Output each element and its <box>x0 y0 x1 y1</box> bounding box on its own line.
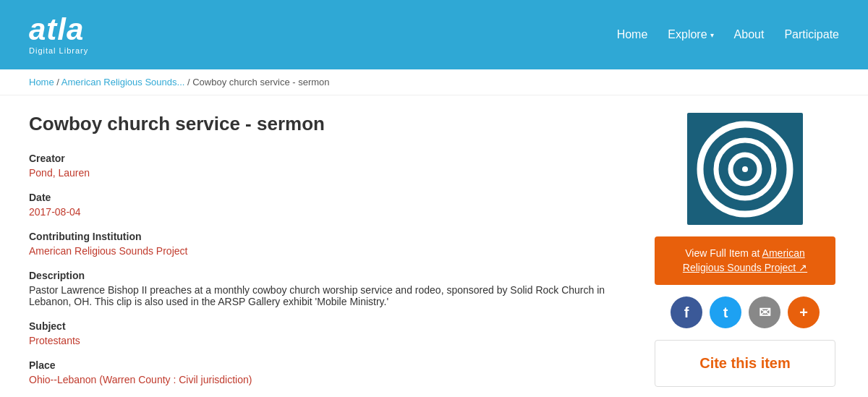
subject-label: Subject <box>29 320 622 332</box>
view-full-item-button[interactable]: View Full Item at American Religious Sou… <box>655 236 835 285</box>
nav-explore[interactable]: Explore ▾ <box>668 28 713 41</box>
main-nav: Home Explore ▾ About Participate <box>617 28 839 41</box>
place-section: Place Ohio--Lebanon (Warren County : Civ… <box>29 359 622 385</box>
creator-value[interactable]: Pond, Lauren <box>29 167 622 179</box>
nav-participate[interactable]: Participate <box>784 28 839 41</box>
breadcrumb-current: Cowboy church service - sermon <box>192 77 329 87</box>
date-value[interactable]: 2017-08-04 <box>29 206 622 218</box>
email-share-button[interactable]: ✉ <box>749 296 780 328</box>
logo-text: atla <box>29 14 84 45</box>
nav-about[interactable]: About <box>734 28 765 41</box>
creator-label: Creator <box>29 153 622 164</box>
thumbnail-image <box>694 120 796 218</box>
institution-section: Contributing Institution American Religi… <box>29 231 622 257</box>
subject-section: Subject Protestants <box>29 320 622 346</box>
header: atla Digital Library Home Explore ▾ Abou… <box>0 0 868 69</box>
sidebar: View Full Item at American Religious Sou… <box>651 113 839 397</box>
item-metadata: Cowboy church service - sermon Creator P… <box>29 113 622 397</box>
date-section: Date 2017-08-04 <box>29 192 622 218</box>
cite-item-label: Cite this item <box>699 355 791 371</box>
chevron-down-icon: ▾ <box>710 31 714 39</box>
facebook-share-button[interactable]: f <box>671 296 702 328</box>
page-title: Cowboy church service - sermon <box>29 113 622 135</box>
description-label: Description <box>29 270 622 281</box>
place-value[interactable]: Ohio--Lebanon (Warren County : Civil jur… <box>29 374 622 385</box>
twitter-share-button[interactable]: t <box>710 296 741 328</box>
creator-section: Creator Pond, Lauren <box>29 153 622 179</box>
cite-item-box[interactable]: Cite this item <box>655 340 835 387</box>
breadcrumb-collection[interactable]: American Religious Sounds... <box>61 77 185 87</box>
place-label: Place <box>29 359 622 371</box>
item-thumbnail <box>687 113 803 225</box>
logo: atla Digital Library <box>29 14 88 55</box>
subject-value[interactable]: Protestants <box>29 335 622 346</box>
description-section: Description Pastor Lawrence Bishop II pr… <box>29 270 622 307</box>
social-share-bar: f t ✉ + <box>671 296 820 328</box>
description-value: Pastor Lawrence Bishop II preaches at a … <box>29 284 622 307</box>
breadcrumb: Home / American Religious Sounds... / Co… <box>0 69 868 95</box>
institution-label: Contributing Institution <box>29 231 622 242</box>
date-label: Date <box>29 192 622 203</box>
nav-home[interactable]: Home <box>617 28 648 41</box>
main-content: Cowboy church service - sermon Creator P… <box>0 95 868 397</box>
logo-subtitle: Digital Library <box>29 46 88 55</box>
breadcrumb-home[interactable]: Home <box>29 77 54 87</box>
more-share-button[interactable]: + <box>788 296 820 328</box>
svg-point-7 <box>742 166 748 172</box>
institution-value[interactable]: American Religious Sounds Project <box>29 245 622 257</box>
view-full-item-link[interactable]: American Religious Sounds Project ↗ <box>683 247 807 273</box>
